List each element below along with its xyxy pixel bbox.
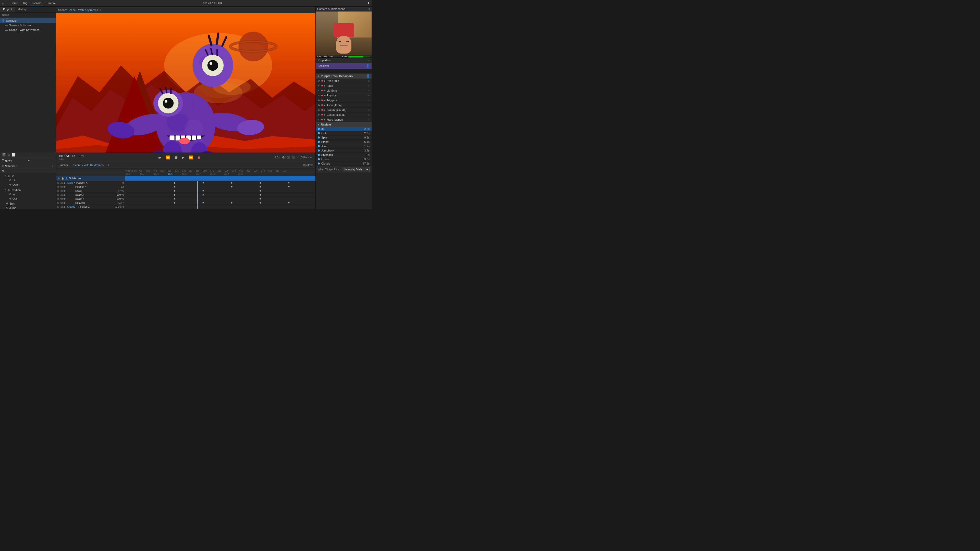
track-add-kf-pos-y[interactable]: ◆ (62, 186, 64, 188)
play-button[interactable]: ▶ (181, 155, 186, 160)
behavior-eye-gaze-menu[interactable]: ≡ (368, 79, 369, 83)
trigger-item-lid[interactable]: ⊕ Lid (0, 178, 56, 183)
behavior-mars-visibility[interactable]: 👁 (318, 118, 320, 121)
behavior-alien-menu[interactable]: ≡ (368, 104, 369, 106)
behavior-cloud1[interactable]: 👁 ▶ Cloud1 [cloud2] ≡ (316, 113, 372, 118)
kf-pos-x-5[interactable] (288, 182, 290, 184)
replay-out[interactable]: Out 2.9s (316, 131, 372, 135)
behavior-physics-visibility[interactable]: 👁 (318, 94, 320, 97)
add-puppet-button[interactable]: + (52, 164, 54, 168)
track-next-kf-pos-y[interactable]: ▶ (64, 186, 66, 188)
track-add-kf-scale-y[interactable]: ◆ (62, 197, 64, 200)
kf-pos-x-4[interactable] (259, 182, 261, 184)
panel-icon-2[interactable]: ▭ (7, 153, 10, 157)
behavior-cloud2-menu[interactable]: ≡ (368, 109, 369, 111)
set-rest-pose-button[interactable]: Set Rest Pose (317, 56, 339, 58)
camera-icon[interactable]: 📷 (344, 56, 347, 58)
track-eye-rotation[interactable]: ◉ (57, 202, 59, 204)
puppet-behaviors-header[interactable]: ▼ Puppet Track Behaviors 👤 (316, 73, 372, 79)
nav-record[interactable]: Record (30, 0, 44, 6)
kf-rotation-3[interactable] (231, 202, 232, 203)
kf-scale-y-2[interactable] (259, 198, 261, 200)
track-prev-kf-scale-y[interactable]: ◀ (60, 197, 62, 200)
panel-icon-3[interactable]: ⬜ (12, 153, 16, 157)
tab-history[interactable]: History (15, 6, 30, 13)
replay-spin[interactable]: Spin 0.9s (316, 135, 372, 140)
behavior-mars-menu[interactable]: ≡ (368, 118, 369, 121)
track-eye-scale-y[interactable]: ◉ (57, 197, 59, 200)
track-eye-cloud2[interactable]: ◉ (57, 206, 59, 208)
settings-icon[interactable]: ⚙ (282, 156, 285, 159)
replay-planet[interactable]: Planet 6.1s (316, 140, 372, 144)
kf-pos-x-2[interactable] (202, 182, 204, 184)
behavior-lip-sync-visibility[interactable]: 👁 (318, 89, 320, 92)
behavior-lip-sync-menu[interactable]: ≡ (368, 89, 369, 92)
go-to-start-button[interactable]: ⏮ (157, 155, 162, 160)
track-eye-scale-x[interactable]: ◉ (57, 194, 59, 196)
behavior-alien[interactable]: 👁 ▶ Alien [Alien] ≡ (316, 103, 372, 108)
track-add-kf-scale-x[interactable]: ◆ (62, 194, 64, 196)
trigger-add-button[interactable]: + (28, 159, 54, 162)
behavior-face[interactable]: 👁 ▶ Face ≡ (316, 83, 372, 88)
trigger-item-in[interactable]: ⊕ In (0, 192, 56, 197)
behavior-triggers-menu[interactable]: ≡ (368, 99, 369, 102)
track-prev-kf-rotation[interactable]: ◀ (60, 202, 62, 204)
track-prev-kf-scale-x[interactable]: ◀ (60, 194, 62, 196)
kf-pos-y-4[interactable] (288, 186, 290, 188)
replay-lower[interactable]: Lower 3.6s (316, 157, 372, 162)
replay-jump[interactable]: Jump 1.2s (316, 144, 372, 148)
scene-menu-icon[interactable]: ≡ (100, 8, 101, 11)
kf-scale-2[interactable] (202, 190, 204, 192)
kf-scale-x-1[interactable] (173, 194, 175, 196)
triggers-search-input[interactable] (6, 170, 54, 172)
behavior-cloud1-visibility[interactable]: 👁 (318, 114, 320, 116)
nav-rig[interactable]: Rig (21, 0, 30, 6)
behavior-triggers[interactable]: 👁 ▶ Triggers ≡ (316, 98, 372, 103)
behavior-cloud1-menu[interactable]: ≡ (368, 114, 369, 116)
panel-icon-1[interactable]: 🎬 (2, 153, 6, 157)
behavior-physics-menu[interactable]: ≡ (368, 94, 369, 97)
track-next-kf-rotation[interactable]: ▶ (64, 202, 66, 204)
replay-in[interactable]: In 2.8s (316, 127, 372, 131)
behavior-mars[interactable]: 👁 ▶ Mars [planet] ≡ (316, 118, 372, 122)
step-back-button[interactable]: ⏪ (165, 155, 171, 160)
track-eye-schizzler[interactable]: 👁 (58, 177, 60, 180)
kf-pos-y-3[interactable] (259, 186, 261, 188)
track-add-kf-scale[interactable]: ◆ (62, 189, 64, 192)
kf-scale-x-3[interactable] (259, 194, 261, 196)
behavior-cloud2[interactable]: 👁 ▶ Cloud2 [cloud1] ≡ (316, 108, 372, 113)
kf-pos-x-3[interactable] (231, 182, 232, 184)
track-next-kf-scale-x[interactable]: ▶ (64, 194, 66, 196)
behavior-triggers-visibility[interactable]: 👁 (318, 99, 320, 102)
trigger-item-open[interactable]: ⊕ Open (0, 183, 56, 187)
tree-item-scene-schizzler[interactable]: ▬ Scene - Schizzler (0, 23, 56, 27)
tree-item-schizzler[interactable]: 👤 Schizzler (0, 18, 56, 23)
kf-pos-y-2[interactable] (231, 186, 232, 188)
kf-pos-y-1[interactable] (173, 186, 175, 188)
kf-rotation-2[interactable] (202, 202, 204, 203)
controls-tab[interactable]: Controls (303, 164, 313, 167)
camera-settings-icon[interactable]: 🎥 (286, 156, 290, 159)
kf-rotation-4[interactable] (259, 202, 261, 203)
behavior-alien-visibility[interactable]: 👁 (318, 104, 320, 106)
trigger-item-spin[interactable]: ⊕ Spin (0, 201, 56, 206)
track-prev-kf-pos-y[interactable]: ◀ (60, 186, 62, 188)
nav-home[interactable]: Home (8, 0, 21, 6)
when-trigger-ends-select[interactable]: Let replay finish (342, 167, 369, 172)
layout-icon[interactable]: ⬛ (292, 156, 296, 159)
replay-spinback[interactable]: Spinback 2s (316, 153, 372, 157)
tree-item-scene-keyframes[interactable]: ▬ Scene - With Keyframes (0, 27, 56, 32)
track-next-kf-cloud2[interactable]: ▶ (64, 206, 66, 208)
camera-menu-icon[interactable]: ≡ (369, 8, 370, 11)
kf-rotation-5[interactable] (288, 202, 290, 203)
trigger-group-lid-header[interactable]: ▼ ⊞ Lid (0, 174, 56, 178)
tab-project[interactable]: Project (0, 6, 15, 13)
track-eye-pos-y[interactable]: ◉ (57, 186, 59, 188)
track-add-kf-pos-x[interactable]: ◆ (62, 182, 64, 184)
kf-scale-1[interactable] (173, 190, 175, 192)
kf-scale-y-1[interactable] (173, 198, 175, 200)
properties-search-input[interactable] (317, 69, 370, 73)
properties-menu-icon[interactable]: ≡ (368, 59, 369, 62)
behavior-face-visibility[interactable]: 👁 (318, 84, 320, 87)
trigger-group-position-header[interactable]: ▼ ⊞ Position (0, 188, 56, 192)
